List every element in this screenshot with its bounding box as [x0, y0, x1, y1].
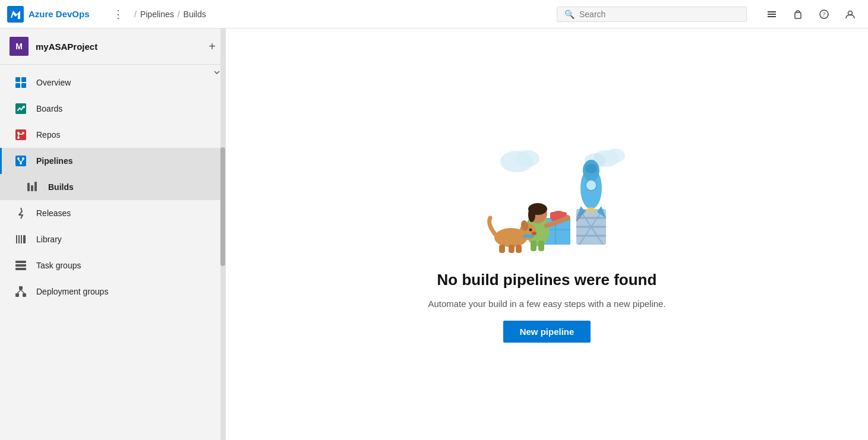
- project-header: M myASAProject +: [0, 29, 225, 65]
- sidebar-item-taskgroups-label: Task groups: [36, 261, 81, 270]
- svg-rect-35: [15, 268, 26, 270]
- svg-rect-31: [21, 235, 22, 243]
- azure-devops-logo: [7, 6, 24, 23]
- empty-state: No build pipelines were found Automate y…: [428, 126, 665, 343]
- sidebar-item-repos[interactable]: Repos: [0, 122, 225, 148]
- breadcrumb-pipelines[interactable]: Pipelines: [140, 10, 174, 19]
- avatar: M: [10, 37, 29, 56]
- svg-rect-76: [509, 245, 515, 253]
- svg-point-42: [516, 150, 539, 167]
- project-name: myASAProject: [36, 42, 201, 52]
- svg-point-44: [606, 148, 625, 163]
- svg-point-69: [564, 215, 570, 221]
- deploymentgroups-icon: [14, 284, 28, 299]
- sidebar-item-overview[interactable]: Overview: [0, 69, 225, 96]
- svg-rect-34: [15, 264, 26, 267]
- new-pipeline-button[interactable]: New pipeline: [503, 321, 591, 343]
- svg-rect-30: [18, 235, 20, 243]
- sidebar-item-builds-label: Builds: [48, 182, 74, 192]
- svg-rect-29: [16, 235, 17, 243]
- help-icon[interactable]: ?: [813, 4, 835, 25]
- svg-text:?: ?: [823, 11, 826, 18]
- svg-rect-10: [15, 83, 20, 88]
- builds-icon: [26, 180, 40, 194]
- add-project-button[interactable]: +: [209, 40, 216, 52]
- svg-rect-9: [21, 77, 26, 82]
- svg-rect-77: [516, 245, 522, 253]
- logo[interactable]: Azure DevOps: [7, 6, 102, 23]
- repos-icon: [14, 128, 28, 142]
- search-bar[interactable]: 🔍: [557, 7, 747, 22]
- sidebar-item-deploymentgroups[interactable]: Deployment groups: [0, 278, 225, 305]
- taskgroups-icon: [14, 258, 28, 273]
- svg-point-68: [528, 208, 535, 222]
- main-layout: M myASAProject + Overview Boards: [0, 29, 868, 440]
- svg-rect-32: [23, 235, 26, 243]
- search-input[interactable]: [579, 10, 739, 19]
- svg-rect-36: [15, 293, 19, 297]
- svg-rect-3: [768, 16, 776, 17]
- sidebar-item-repos-label: Repos: [36, 130, 60, 140]
- logo-text: Azure DevOps: [29, 9, 90, 19]
- topbar-action-icons: ?: [761, 4, 861, 25]
- svg-rect-27: [31, 185, 33, 191]
- sidebar-item-boards[interactable]: Boards: [0, 96, 225, 122]
- sidebar-item-deploymentgroups-label: Deployment groups: [36, 287, 108, 296]
- svg-point-13: [23, 106, 25, 108]
- sidebar-item-builds[interactable]: Builds: [0, 174, 225, 200]
- search-icon: 🔍: [564, 10, 575, 19]
- more-options-icon[interactable]: ⋮: [109, 5, 127, 23]
- svg-rect-8: [15, 77, 20, 82]
- svg-rect-11: [21, 83, 26, 88]
- svg-point-55: [586, 180, 596, 191]
- sidebar-item-releases-label: Releases: [36, 208, 71, 218]
- sidebar-scrollbar-track: [220, 29, 225, 440]
- svg-rect-64: [531, 240, 536, 251]
- user-settings-icon[interactable]: [839, 4, 861, 25]
- svg-point-56: [586, 207, 596, 213]
- illustration: [446, 126, 648, 257]
- svg-line-39: [17, 290, 21, 293]
- svg-point-73: [529, 229, 532, 232]
- breadcrumb-sep-1: /: [178, 10, 180, 19]
- sidebar-item-library-label: Library: [36, 235, 62, 244]
- svg-rect-33: [15, 261, 26, 263]
- svg-point-22: [22, 157, 24, 160]
- svg-rect-20: [15, 156, 26, 166]
- svg-line-40: [21, 290, 24, 293]
- svg-point-23: [20, 162, 22, 164]
- sidebar-item-taskgroups[interactable]: Task groups: [0, 252, 225, 278]
- empty-state-subtitle: Automate your build in a few easy steps …: [428, 299, 665, 309]
- sidebar-item-pipelines-label: Pipelines: [36, 156, 72, 166]
- boards-icon: [14, 102, 28, 116]
- empty-state-illustration: [446, 126, 648, 257]
- sidebar-item-overview-label: Overview: [36, 78, 71, 87]
- svg-rect-26: [27, 183, 30, 191]
- shopping-bag-icon[interactable]: [787, 4, 809, 25]
- sidebar-scrollbar-thumb[interactable]: [220, 147, 225, 266]
- releases-icon: [14, 206, 28, 220]
- svg-rect-14: [15, 129, 26, 140]
- breadcrumb: / Pipelines / Builds: [134, 10, 206, 19]
- svg-point-21: [17, 157, 20, 160]
- breadcrumb-builds[interactable]: Builds: [184, 10, 206, 19]
- svg-rect-75: [499, 245, 505, 253]
- sidebar-item-library[interactable]: Library: [0, 226, 225, 252]
- sidebar-item-boards-label: Boards: [36, 104, 62, 113]
- sidebar-nav: Overview Boards Repos P: [0, 65, 225, 309]
- svg-rect-2: [768, 14, 776, 15]
- svg-point-54: [585, 164, 597, 173]
- svg-rect-37: [23, 293, 26, 297]
- library-icon: [14, 232, 28, 246]
- svg-point-17: [17, 137, 20, 139]
- content-area: No build pipelines were found Automate y…: [226, 29, 868, 440]
- svg-rect-1: [768, 11, 776, 12]
- svg-rect-4: [795, 12, 801, 18]
- svg-rect-28: [34, 182, 37, 191]
- sidebar-item-releases[interactable]: Releases: [0, 200, 225, 226]
- sidebar-item-pipelines[interactable]: Pipelines: [0, 148, 225, 174]
- pipelines-icon: [14, 154, 28, 168]
- svg-rect-78: [523, 235, 534, 238]
- list-icon[interactable]: [761, 4, 782, 25]
- sidebar: M myASAProject + Overview Boards: [0, 29, 226, 440]
